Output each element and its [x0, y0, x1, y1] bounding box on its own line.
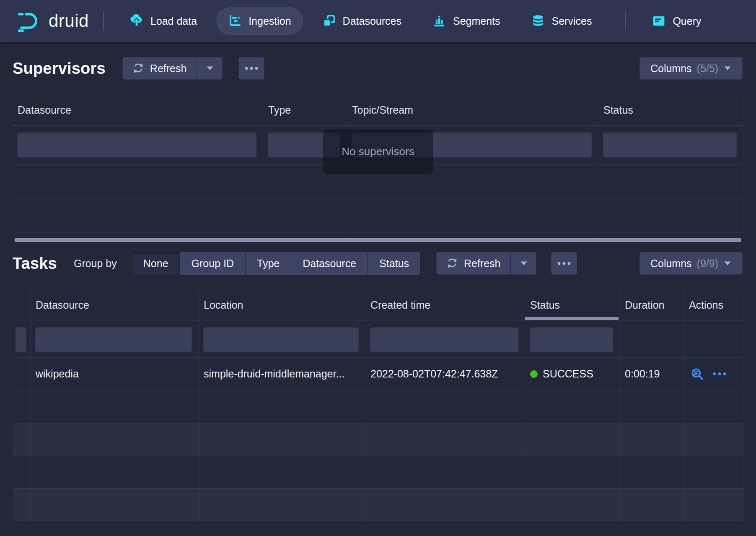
- supervisors-header-row: Datasource Type Topic/Stream Status: [13, 94, 743, 126]
- tasks-title: Tasks: [13, 255, 57, 273]
- column-header-created-time[interactable]: Created time: [365, 290, 525, 320]
- columns-label: Columns: [650, 258, 692, 270]
- tasks-header-row: Datasource Location Created time Status …: [13, 290, 743, 320]
- column-header-actions[interactable]: Actions: [684, 290, 743, 320]
- filter-input-location[interactable]: [203, 326, 359, 352]
- brand-name: druid: [49, 11, 89, 31]
- tasks-columns-button[interactable]: Columns (9/9): [639, 252, 743, 275]
- group-by-group-id-button[interactable]: Group ID: [180, 252, 246, 275]
- refresh-interval-dropdown[interactable]: [510, 252, 536, 275]
- nav-item-label: Ingestion: [249, 15, 291, 27]
- group-by-none-button[interactable]: None: [132, 252, 180, 275]
- tasks-toolbar: Tasks Group by None Group ID Type Dataso…: [13, 252, 743, 275]
- nav-item-load-data[interactable]: Load data: [118, 7, 209, 35]
- task-row-wikipedia: wikipedia simple-druid-middlemanager... …: [13, 357, 743, 390]
- horizontal-scrollbar-thumb[interactable]: [15, 238, 741, 242]
- empty-row: [13, 198, 743, 232]
- columns-label: Columns: [650, 62, 692, 75]
- bar-chart-icon: [432, 14, 446, 28]
- druid-console: druid Load data: [0, 0, 756, 536]
- database-icon: [531, 14, 545, 28]
- column-header-topic-stream[interactable]: Topic/Stream: [347, 94, 598, 125]
- supervisors-columns-button[interactable]: Columns (5/5): [639, 57, 743, 80]
- nav-item-ingestion[interactable]: Ingestion: [216, 7, 303, 35]
- refresh-label: Refresh: [464, 258, 501, 270]
- location-cell: simple-druid-middlemanager...: [199, 358, 365, 390]
- nav-item-label: Datasources: [343, 15, 401, 27]
- nav-item-label: Services: [552, 15, 592, 27]
- empty-row: [13, 390, 743, 423]
- console-icon: [652, 14, 665, 28]
- status-cell: SUCCESS: [525, 358, 620, 390]
- supervisors-refresh-split-button: Refresh: [122, 57, 223, 80]
- group-by-datasource-button[interactable]: Datasource: [291, 252, 368, 275]
- nav-item-services[interactable]: Services: [520, 7, 604, 35]
- column-header-datasource[interactable]: Datasource: [31, 290, 199, 320]
- group-by-label: Group by: [74, 258, 117, 270]
- nav-item-query[interactable]: Query: [640, 7, 713, 35]
- sort-indicator: [525, 317, 619, 320]
- empty-row: [13, 423, 743, 455]
- datasource-cell: wikipedia: [31, 358, 199, 390]
- filter-input-status[interactable]: [603, 132, 737, 158]
- tasks-table: Datasource Location Created time Status …: [13, 290, 743, 521]
- column-header-status[interactable]: Status: [598, 94, 743, 125]
- supervisors-toolbar: Supervisors Refresh: [13, 57, 743, 80]
- column-header-task-id[interactable]: [13, 290, 31, 320]
- duration-cell: 0:00:19: [620, 358, 684, 390]
- divider: [625, 11, 626, 31]
- nav-item-label: Segments: [453, 15, 500, 27]
- druid-logo-icon: [16, 10, 42, 32]
- more-icon: [557, 261, 571, 265]
- filter-input-task-id[interactable]: [15, 326, 27, 352]
- refresh-interval-dropdown[interactable]: [197, 57, 223, 80]
- tasks-more-button[interactable]: [551, 252, 577, 275]
- column-header-location[interactable]: Location: [199, 290, 365, 320]
- status-dot-success: [530, 370, 538, 378]
- created-time-cell: 2022-08-02T07:42:47.638Z: [365, 358, 525, 390]
- top-nav: druid Load data: [0, 0, 756, 42]
- refresh-label: Refresh: [150, 62, 187, 75]
- nav-item-label: Query: [673, 15, 701, 27]
- filter-input-datasource[interactable]: [35, 326, 192, 352]
- nav-item-segments[interactable]: Segments: [421, 7, 512, 35]
- group-by-status-button[interactable]: Status: [368, 252, 420, 275]
- group-by-type-button[interactable]: Type: [246, 252, 291, 275]
- empty-row: [13, 488, 743, 521]
- refresh-button[interactable]: Refresh: [122, 57, 197, 80]
- nav-item-label: Load data: [150, 15, 197, 27]
- no-supervisors-message: No supervisors: [323, 129, 433, 174]
- column-header-duration[interactable]: Duration: [620, 290, 684, 320]
- status-text: SUCCESS: [543, 368, 593, 380]
- empty-row: [13, 455, 743, 488]
- more-icon: [244, 66, 259, 70]
- supervisors-table: Datasource Type Topic/Stream Status No s…: [13, 94, 743, 242]
- chevron-down-icon: [206, 65, 214, 71]
- empty-row-partial: [13, 232, 743, 238]
- refresh-button[interactable]: Refresh: [436, 252, 511, 275]
- chevron-down-icon: [723, 65, 732, 71]
- column-header-status-sorted[interactable]: Status: [525, 290, 620, 320]
- supervisors-more-button[interactable]: [238, 57, 264, 80]
- chevron-down-icon: [520, 260, 528, 266]
- stacked-squares-icon: [322, 14, 336, 28]
- refresh-icon: [446, 258, 458, 269]
- task-detail-magnifier-icon[interactable]: [691, 367, 704, 380]
- tasks-filter-row: [13, 320, 743, 357]
- divider: [103, 11, 104, 31]
- supervisors-title: Supervisors: [13, 60, 106, 78]
- filter-input-created-time[interactable]: [370, 326, 519, 352]
- gantt-chart-icon: [228, 14, 241, 28]
- tasks-refresh-split-button: Refresh: [436, 252, 537, 275]
- nav-item-datasources[interactable]: Datasources: [311, 7, 413, 35]
- brand[interactable]: druid: [16, 10, 89, 32]
- column-header-datasource[interactable]: Datasource: [13, 94, 263, 125]
- group-by-button-group: None Group ID Type Datasource Status: [132, 252, 420, 275]
- chevron-down-icon: [723, 260, 732, 266]
- column-header-type[interactable]: Type: [263, 94, 347, 125]
- filter-input-datasource[interactable]: [17, 132, 257, 158]
- filter-input-status[interactable]: [529, 326, 614, 352]
- columns-count: (5/5): [697, 62, 718, 75]
- nav-items: Load data Ingestion Data: [118, 0, 721, 42]
- task-actions-more-icon[interactable]: [712, 372, 727, 376]
